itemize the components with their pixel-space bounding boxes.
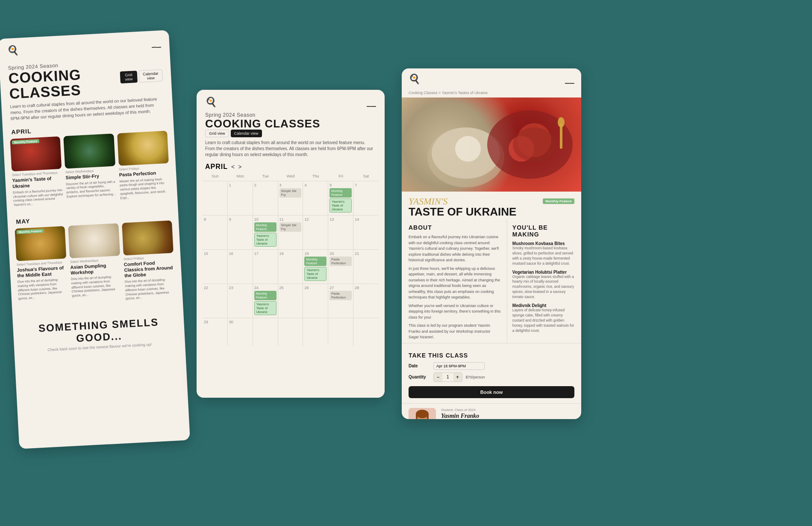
svg-point-6 — [513, 127, 556, 162]
cal-cell[interactable]: 12 — [303, 216, 328, 249]
cal-cell[interactable]: 14 — [353, 216, 379, 249]
cal-event-feature[interactable]: Monthly Feature — [330, 188, 352, 198]
cal-days-header: Sun Mon Tue Wed Thu Fri Sat — [203, 173, 379, 179]
list-header-area: Spring 2024 Season COOKING CLASSES Grid … — [0, 52, 173, 125]
making-item-1: Mushroom Kovbasa Bites Smoky mushroom-ba… — [512, 241, 574, 266]
cal-cell[interactable]: 2 — [253, 181, 278, 215]
cal-event-ukraine[interactable]: Yasmin's Taste of Ukraine — [304, 267, 327, 281]
card-tag-popular: Monthly Feature — [12, 139, 39, 145]
date-label: Date — [409, 363, 430, 368]
panel-detail: 🍳 ⎯⎯ Cooking Classes > Yasmin's Tastes o… — [402, 68, 581, 419]
cal-cell[interactable]: 19Monthly FeatureYasmin's Taste of Ukrai… — [303, 250, 328, 284]
making-item-3: Medivnik Delight Layers of delicate hone… — [512, 303, 574, 333]
list-item[interactable]: Select Wednesdays Asian Dumpling Worksho… — [68, 223, 123, 304]
qty-minus-btn[interactable]: − — [434, 373, 442, 381]
cal-event[interactable]: Simple Stir Fry — [279, 222, 302, 232]
breadcrumb-section: Yasmin's Tastes of Ukraine — [442, 91, 488, 95]
card-desc: Dive into the art of dumpling-making wit… — [125, 278, 176, 301]
cal-cell[interactable]: 9 — [228, 216, 253, 249]
date-dropdown[interactable]: Apr 16 6PM-9PM Apr 19 6PM-9PM Apr 24 6PM… — [433, 362, 485, 370]
top-bar: Spring 2024 Season COOKING CLASSES Grid … — [8, 57, 163, 101]
breadcrumb-home[interactable]: Cooking Classes — [409, 91, 438, 95]
cal-prev-btn[interactable]: < — [231, 163, 235, 170]
detail-title-area: Monthly Feature Yasmin's TASTE OF UKRAIN… — [402, 192, 581, 219]
view-toggle: Grid view Calendar view — [120, 69, 163, 83]
cal-event[interactable]: Pasta Perfection — [330, 257, 352, 266]
cal-event-feature[interactable]: Monthly Feature — [304, 257, 327, 266]
cal-day-fri: Fri — [328, 173, 353, 179]
cal-cell[interactable] — [203, 181, 228, 215]
cal-top-bar: Spring 2024 Season COOKING CLASSES Grid … — [205, 112, 376, 137]
list-item[interactable]: Monthly Feature Select Tuesdays and Thur… — [15, 226, 69, 306]
cal-event[interactable]: Pasta Perfection — [330, 291, 352, 300]
making-desc-1: Smoky mushroom-based kovbasa slices, gri… — [512, 246, 574, 266]
cal-cell[interactable]: 8 — [203, 216, 228, 249]
cal-calendar-view-btn[interactable]: Calendar view — [231, 130, 262, 137]
svg-point-12 — [416, 410, 429, 418]
cal-cell[interactable]: 29 — [203, 318, 228, 346]
cal-cell[interactable]: 24Monthly FeatureYasmin's Taste of Ukrai… — [253, 284, 278, 318]
grid-view-btn[interactable]: Grid view — [120, 71, 138, 83]
cal-cell[interactable]: 18 — [278, 250, 303, 284]
cal-cell[interactable]: 22 — [203, 284, 228, 318]
list-item[interactable]: Select Fridays Pasta Perfection Master t… — [117, 131, 171, 201]
cal-cell[interactable]: 27Pasta Perfection — [328, 284, 353, 318]
cal-cell[interactable]: 3Simple Stir Fry — [278, 181, 303, 215]
cal-grid-view-btn[interactable]: Grid view — [205, 130, 229, 137]
cal-next-btn[interactable]: > — [238, 163, 241, 170]
cal-cell[interactable]: 23 — [228, 284, 253, 318]
cal-header-area: Spring 2024 Season COOKING CLASSES Grid … — [197, 112, 385, 160]
svg-rect-14 — [427, 414, 429, 419]
card-title: Asian Dumpling Workshop — [70, 262, 121, 276]
calendar-view-btn[interactable]: Calendar view — [138, 69, 162, 83]
menu-icon[interactable]: ⎯⎯ — [151, 39, 161, 48]
cal-cell[interactable]: 16 — [228, 250, 253, 284]
cal-cell[interactable]: 15 — [203, 250, 228, 284]
cal-event-ukraine[interactable]: Yasmin's Taste of Ukraine — [330, 198, 352, 213]
cal-day-sat: Sat — [353, 173, 379, 179]
card-desc: Master the art of making fresh pasta dou… — [119, 177, 171, 200]
qty-plus-btn[interactable]: + — [453, 373, 462, 381]
cal-cell[interactable]: 17 — [253, 250, 278, 284]
cal-cell[interactable]: 26 — [303, 284, 328, 318]
instructor-avatar — [409, 408, 436, 420]
price-label: $70/person — [466, 375, 485, 379]
cal-event-ukraine[interactable]: Yasmin's Taste of Ukraine — [254, 233, 277, 247]
making-title: YOU'LL BE MAKING — [512, 224, 574, 238]
cal-event-ukraine[interactable]: Yasmin's Taste of Ukraine — [254, 301, 277, 315]
cal-event-feature[interactable]: Monthly Feature — [254, 291, 277, 300]
cal-month-label: APRIL — [205, 163, 228, 171]
cal-cell[interactable]: 10Monthly FeatureYasmin's Taste of Ukrai… — [253, 216, 278, 249]
cal-cell[interactable]: 28 — [353, 284, 379, 318]
detail-body: ABOUT Embark on a flavourful journey int… — [402, 219, 581, 343]
main-title-text: TASTE OF UKRAINE — [409, 205, 516, 218]
cal-cell[interactable]: 25 — [278, 284, 303, 318]
qty-row: Quantity − 1 + $70/person — [409, 372, 574, 382]
list-item[interactable]: Select Wednesdays Simple Stir-Fry Discov… — [64, 134, 118, 204]
making-item-2: Vegetarian Holubtsi Platter Organic cabb… — [512, 270, 574, 300]
menu-icon-detail[interactable]: ⎯⎯ — [565, 75, 574, 84]
cal-cell[interactable]: 4 — [303, 181, 328, 215]
cal-cell[interactable]: 20Pasta Perfection — [328, 250, 353, 284]
list-item[interactable]: Monthly Feature Select Tuesdays and Thur… — [10, 136, 64, 207]
detail-hero — [402, 98, 581, 192]
cal-cell[interactable]: 13 — [328, 216, 353, 249]
book-now-btn[interactable]: Book now — [409, 386, 574, 398]
cal-cell[interactable]: 11Simple Stir Fry — [278, 216, 303, 249]
cal-event-feature[interactable]: Monthly Feature — [254, 222, 277, 232]
card-title: Joshua's Flavours of the Middle East — [17, 265, 68, 278]
cal-week: 15 16 17 18 19Monthly FeatureYasmin's Ta… — [203, 249, 379, 284]
cal-event[interactable]: Simple Stir Fry — [279, 188, 302, 198]
logo-icon-detail: 🍳 — [409, 74, 421, 86]
take-class-title: TAKE THIS CLASS — [409, 352, 574, 359]
cal-cell[interactable]: 5Monthly FeatureYasmin's Taste of Ukrain… — [328, 181, 353, 215]
cal-cell — [278, 318, 303, 346]
menu-icon-cal[interactable]: ⎯⎯ — [367, 98, 376, 107]
cal-cell[interactable]: 21 — [353, 250, 379, 284]
cal-cell[interactable]: 7 — [353, 181, 379, 215]
cal-view-toggle: Grid view Calendar view — [205, 130, 376, 137]
cal-cell[interactable]: 1 — [228, 181, 253, 215]
list-item[interactable]: Select Fridays Comfort Food Classics fro… — [122, 220, 176, 301]
cal-cell[interactable]: 30 — [228, 318, 253, 346]
instructor-role: Student, Class of 2024 — [441, 408, 574, 412]
